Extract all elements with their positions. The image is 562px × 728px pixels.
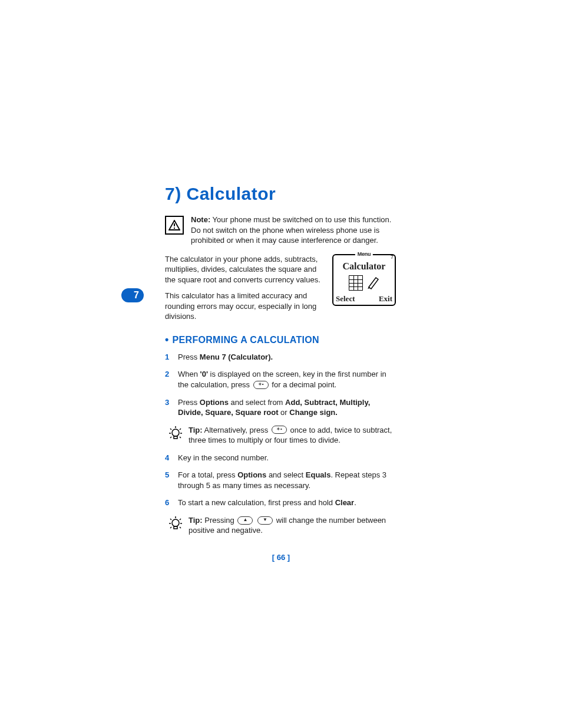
- steps-list-2: 4 Key in the second number. 5 For a tota…: [165, 453, 396, 508]
- chapter-title: 7) Calculator: [165, 184, 396, 204]
- lightbulb-icon: [168, 516, 183, 531]
- up-key-icon: ▲: [237, 516, 253, 525]
- phone-screenshot: Menu 7 Calculator Select Exit: [332, 254, 396, 306]
- steps-list: 1 Press Menu 7 (Calculator). 2 When '0' …: [165, 352, 396, 418]
- tip-label: Tip:: [189, 516, 203, 525]
- note-label: Note:: [191, 215, 210, 224]
- chapter-tab: 7: [121, 288, 144, 302]
- svg-point-2: [172, 429, 179, 436]
- svg-line-5: [170, 429, 171, 430]
- intro-paragraph-1: The calculator in your phone adds, subtr…: [165, 254, 325, 285]
- phone-softkey-right: Exit: [379, 294, 392, 304]
- step-2: 2 When '0' is displayed on the screen, k…: [165, 369, 396, 390]
- svg-line-19: [180, 527, 181, 528]
- page-content: 7) Calculator Note: Your phone must be s…: [165, 184, 396, 543]
- note-block: Note: Your phone must be switched on to …: [165, 215, 396, 246]
- step-6: 6 To start a new calculation, first pres…: [165, 498, 396, 508]
- svg-rect-3: [174, 436, 177, 439]
- step-1: 1 Press Menu 7 (Calculator).: [165, 352, 396, 363]
- step-5: 5 For a total, press Options and select …: [165, 470, 396, 490]
- step-3: 3 Press Options and select from Add, Sub…: [165, 397, 396, 418]
- svg-line-14: [170, 519, 171, 520]
- tip-1: Tip: Alternatively, press ∗• once to add…: [165, 425, 396, 446]
- star-key-icon: ∗•: [272, 426, 287, 434]
- pencil-icon: [366, 275, 379, 289]
- phone-menu-index: 7: [391, 254, 394, 260]
- intro-paragraph-2: This calculator has a limited accuracy a…: [165, 291, 325, 322]
- svg-line-10: [180, 437, 181, 438]
- warning-icon: [165, 216, 184, 235]
- svg-rect-1: [174, 228, 175, 229]
- phone-app-title: Calculator: [336, 261, 392, 272]
- lightbulb-icon: [168, 426, 183, 441]
- star-key-icon: ∗•: [253, 381, 269, 389]
- svg-line-15: [180, 519, 181, 520]
- svg-line-18: [170, 527, 171, 528]
- tip-2: Tip: Pressing ▲ ▼ will change the number…: [165, 515, 396, 536]
- calculator-grid-icon: [349, 275, 363, 291]
- svg-line-6: [180, 429, 181, 430]
- note-body: Your phone must be switched on to use th…: [191, 215, 391, 245]
- section-heading: •PERFORMING A CALCULATION: [165, 334, 396, 346]
- step-4: 4 Key in the second number.: [165, 453, 396, 463]
- down-key-icon: ▼: [257, 516, 273, 525]
- page-number: [ 66 ]: [0, 553, 562, 562]
- svg-line-9: [170, 437, 171, 438]
- svg-rect-0: [174, 223, 175, 226]
- tip-label: Tip:: [189, 426, 203, 434]
- svg-point-11: [172, 519, 179, 526]
- svg-rect-12: [174, 526, 177, 529]
- phone-softkey-left: Select: [336, 294, 355, 304]
- bullet-icon: •: [165, 334, 169, 345]
- note-text: Note: Your phone must be switched on to …: [191, 215, 396, 246]
- phone-menu-label: Menu: [355, 251, 373, 257]
